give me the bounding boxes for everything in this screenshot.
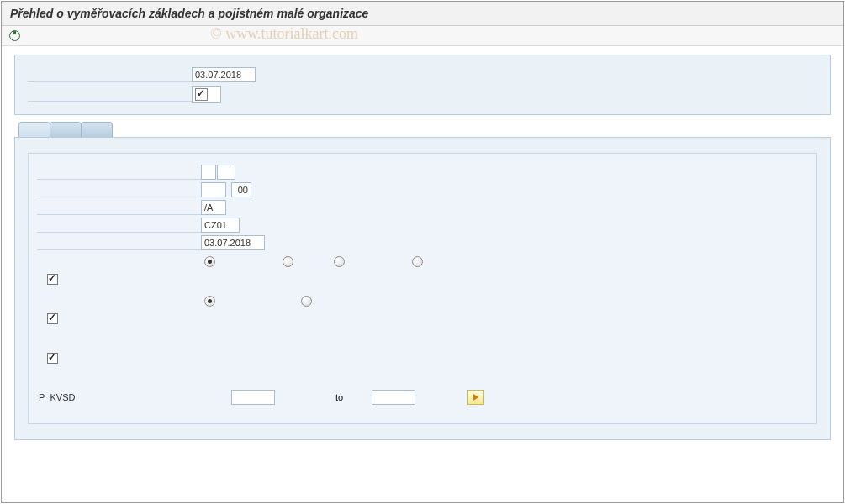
label-row-1 [37, 165, 201, 180]
pkvsd-label: P_KVSD [37, 392, 201, 402]
input-3[interactable] [201, 200, 226, 215]
label-row-7 [37, 293, 201, 308]
label-row-4 [37, 218, 201, 233]
input-1b[interactable] [217, 165, 235, 180]
radio-r1-4[interactable] [412, 256, 423, 267]
checkbox-top[interactable] [195, 88, 208, 101]
panel-inner: P_KVSD to [28, 153, 817, 424]
pkvsd-from-input[interactable] [231, 390, 275, 405]
label-row-5 [37, 235, 201, 250]
execute-icon[interactable] [8, 29, 22, 43]
input-5-date[interactable] [201, 235, 265, 250]
label-row-2 [37, 182, 201, 197]
top-label-2 [28, 87, 192, 102]
multiple-selection-button[interactable] [467, 390, 484, 405]
radio-r2-2[interactable] [301, 296, 312, 307]
input-2a[interactable] [201, 182, 226, 197]
date-input-top[interactable] [192, 67, 256, 82]
tab-strip [18, 122, 831, 137]
toolbar [2, 26, 843, 46]
checkbox-3[interactable] [47, 353, 58, 364]
pkvsd-to-input[interactable] [372, 390, 415, 405]
checkbox-1[interactable] [47, 274, 58, 285]
panel-main: P_KVSD to [14, 137, 831, 440]
label-row-6 [37, 254, 201, 269]
label-row-3 [37, 200, 201, 215]
checkbox-2[interactable] [47, 313, 58, 324]
input-1a[interactable] [201, 165, 216, 180]
radio-r2-1[interactable] [204, 296, 215, 307]
input-4[interactable] [201, 218, 240, 233]
panel-top [14, 55, 831, 115]
tab-1[interactable] [18, 122, 50, 137]
tab-3[interactable] [81, 122, 113, 137]
input-2b[interactable] [231, 182, 251, 197]
radio-r1-3[interactable] [334, 256, 345, 267]
to-label: to [335, 392, 343, 402]
checkbox-container-top[interactable] [192, 86, 221, 103]
radio-r1-2[interactable] [283, 256, 293, 267]
page-title: Přehled o vyměřovacích základech a pojis… [2, 2, 843, 26]
tab-2[interactable] [50, 122, 82, 137]
top-label-1 [28, 67, 192, 82]
radio-r1-1[interactable] [204, 256, 215, 267]
